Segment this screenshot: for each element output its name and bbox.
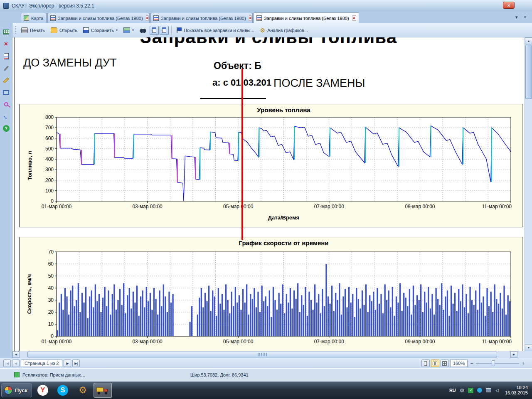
- search-button[interactable]: [1, 99, 11, 109]
- export-image-button[interactable]: ▾: [121, 25, 136, 36]
- tracks-button[interactable]: ×: [1, 39, 11, 49]
- svg-text:30: 30: [48, 297, 54, 303]
- ruler-icon: [3, 77, 9, 83]
- scroll-down-icon[interactable]: ▼: [525, 344, 532, 351]
- floppy-disk-icon: [83, 27, 89, 33]
- language-indicator[interactable]: RU: [449, 388, 456, 393]
- svg-text:09-мар 00:00: 09-мар 00:00: [405, 339, 435, 345]
- coordinates-text: Шир.53,7082, Долг. 86,9341: [190, 372, 249, 377]
- taskbar-app-skype[interactable]: S: [54, 383, 72, 398]
- open-button[interactable]: Открыть: [48, 25, 80, 36]
- page-left-edge: [14, 37, 15, 351]
- tab-fuel-report-2[interactable]: Заправки и сливы топлива (Белаз 1980) ×: [150, 13, 253, 23]
- yandex-icon: Y: [37, 385, 48, 396]
- svg-text:60: 60: [48, 261, 54, 267]
- svg-text:400: 400: [45, 156, 54, 162]
- fuel-report-icon: [50, 15, 56, 21]
- tab-bar-close-icon[interactable]: ×: [524, 15, 526, 20]
- tab-close-icon[interactable]: ×: [249, 15, 252, 21]
- annotation-before-sensor-replacement: ДО ЗАМЕНЫ ДУТ: [23, 57, 117, 69]
- page-right-edge: [523, 37, 523, 351]
- tab-close-icon[interactable]: ×: [352, 15, 356, 21]
- svg-text:05-мар 00:00: 05-мар 00:00: [223, 339, 254, 345]
- tab-fuel-report-3[interactable]: Заправки и сливы топлива (Белаз 1980) ×: [254, 12, 359, 23]
- scroll-right-icon[interactable]: ▶: [510, 351, 517, 358]
- tab-close-icon[interactable]: ×: [146, 15, 149, 21]
- gear-icon: ⚙: [79, 385, 87, 396]
- tray-gear-icon[interactable]: ⚙: [460, 387, 465, 394]
- print-button[interactable]: Печать: [19, 25, 47, 36]
- next-page-button[interactable]: ▶: [64, 360, 71, 367]
- zoom-in-button[interactable]: +: [520, 360, 526, 367]
- scroll-left-icon[interactable]: ◀: [12, 351, 20, 358]
- fuel-chart-xlabel: Дата/Время: [57, 214, 511, 221]
- tab-fuel-report-1[interactable]: Заправки и сливы топлива (Белаз 1980) ×: [47, 13, 150, 23]
- expand-icon: ↔: [1, 112, 11, 121]
- fullscreen-button[interactable]: ↔: [1, 111, 11, 121]
- help-button[interactable]: ?: [1, 123, 11, 133]
- show-all-refuels-button[interactable]: Показать все заправки и сливы...: [174, 25, 257, 36]
- taskbar-clock[interactable]: 18:24 16.03.2015: [505, 385, 528, 396]
- zoom-slider-thumb[interactable]: [492, 360, 495, 366]
- tray-antivirus-icon[interactable]: ✓: [468, 388, 473, 393]
- save-button[interactable]: Сохранить ▾: [81, 25, 120, 36]
- zoom-level-value[interactable]: 160%: [450, 360, 468, 367]
- svg-text:700: 700: [45, 125, 54, 131]
- tab-map[interactable]: Карта ×: [21, 13, 47, 23]
- svg-text:800: 800: [45, 114, 54, 120]
- page-indicator[interactable]: Страница 1 из 2: [21, 360, 62, 367]
- view-multiple-pages-button[interactable]: [441, 360, 449, 367]
- volume-icon[interactable]: ◁: [495, 388, 498, 393]
- last-page-button[interactable]: ▶|: [72, 360, 80, 367]
- vertical-scroll-thumb[interactable]: [525, 45, 532, 99]
- tray-skype-icon[interactable]: [477, 388, 482, 393]
- tab-label: Карта: [31, 16, 43, 21]
- measure-button[interactable]: [1, 75, 11, 85]
- vertical-scrollbar[interactable]: ▲ ▼: [525, 37, 532, 351]
- tab-close-icon[interactable]: ×: [46, 15, 47, 21]
- skype-icon: S: [57, 385, 68, 396]
- tab-list-dropdown-icon[interactable]: ▾: [515, 15, 518, 20]
- monitoring-button[interactable]: [1, 87, 11, 97]
- find-button[interactable]: [137, 25, 149, 36]
- report-view-icon: [162, 27, 166, 33]
- export-dropdown-icon[interactable]: ▾: [132, 28, 134, 32]
- taskbar-app-yandex[interactable]: Y: [34, 383, 52, 398]
- svg-text:70: 70: [48, 249, 54, 255]
- tracks-icon: ×: [4, 40, 8, 48]
- toolbar-separator: [171, 26, 172, 35]
- zoom-slider[interactable]: [476, 360, 519, 367]
- tools-button[interactable]: [1, 63, 11, 73]
- svg-text:50: 50: [48, 273, 54, 279]
- view-mode-toggle-1[interactable]: [150, 26, 159, 35]
- clock-time: 18:24: [505, 385, 528, 390]
- titlebar: СКАУТ-Эксплорер - версия 3.5.22.1 ×: [0, 0, 532, 12]
- report-icon: [4, 53, 9, 59]
- network-icon[interactable]: [486, 388, 491, 392]
- reports-button[interactable]: [1, 51, 11, 61]
- pager-bar: |◀ ◀ Страница 1 из 2 ▶ ▶| 160% − +: [0, 358, 532, 368]
- window-close-button[interactable]: ×: [503, 2, 515, 9]
- table-icon: [3, 30, 9, 34]
- header-underline: [200, 98, 266, 99]
- report-view-icon: [152, 27, 156, 33]
- save-dropdown-icon[interactable]: ▾: [116, 28, 118, 32]
- chart-analysis-button[interactable]: ⚙ Анализ графиков...: [258, 25, 310, 36]
- svg-text:0: 0: [51, 333, 54, 339]
- horizontal-scroll-thumb[interactable]: [27, 352, 497, 357]
- horizontal-scrollbar[interactable]: ◀ ▶: [12, 351, 525, 358]
- view-two-pages-button[interactable]: [431, 360, 439, 367]
- table-view-button[interactable]: [1, 27, 11, 37]
- zoom-out-button[interactable]: −: [469, 360, 475, 367]
- first-page-button[interactable]: |◀: [3, 360, 11, 367]
- taskbar-app-scout[interactable]: [94, 383, 112, 398]
- gear-icon: ⚙: [260, 27, 266, 33]
- tab-label: Заправки и сливы топлива (Белаз 1980): [58, 16, 143, 21]
- scroll-up-icon[interactable]: ▲: [525, 37, 532, 44]
- svg-text:01-мар 00:00: 01-мар 00:00: [42, 204, 72, 209]
- view-mode-toggle-2[interactable]: [160, 26, 169, 35]
- start-button[interactable]: Пуск: [1, 383, 32, 397]
- taskbar-app-settings[interactable]: ⚙: [74, 383, 92, 398]
- view-single-page-button[interactable]: [421, 360, 430, 367]
- previous-page-button[interactable]: ◀: [12, 360, 20, 367]
